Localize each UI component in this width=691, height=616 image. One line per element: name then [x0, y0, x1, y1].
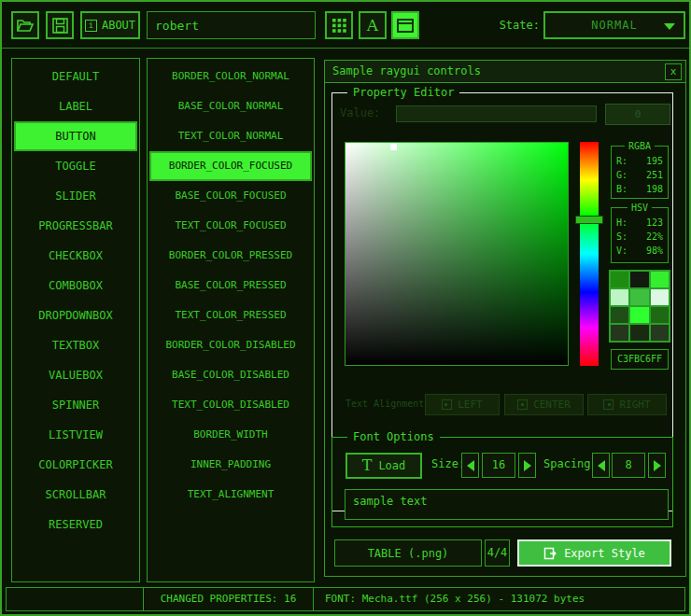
- properties-item-border_color_focused[interactable]: BORDER_COLOR_FOCUSED: [149, 151, 312, 181]
- properties-item-text_color_disabled[interactable]: TEXT_COLOR_DISABLED: [149, 390, 312, 420]
- color-swatch[interactable]: [651, 289, 669, 305]
- properties-item-text_alignment[interactable]: TEXT_ALIGNMENT: [149, 480, 312, 510]
- hsv-label: HSV: [628, 203, 652, 213]
- state-label: State:: [499, 11, 540, 39]
- align-center-label: CENTER: [533, 399, 571, 411]
- controls-item-dropdownbox[interactable]: DROPDOWNBOX: [14, 301, 137, 330]
- state-dropdown[interactable]: NORMAL: [543, 11, 685, 39]
- export-style-button[interactable]: Export Style: [517, 539, 671, 567]
- align-left-button[interactable]: LEFT: [425, 394, 500, 415]
- value-box[interactable]: 0: [605, 104, 670, 125]
- close-button[interactable]: x: [665, 63, 682, 80]
- properties-item-base_color_pressed[interactable]: BASE_COLOR_PRESSED: [149, 271, 312, 301]
- color-swatch[interactable]: [611, 307, 628, 323]
- hue-slider-handle[interactable]: [575, 216, 603, 224]
- color-swatch[interactable]: [651, 325, 669, 341]
- controls-item-spinner[interactable]: SPINNER: [14, 390, 137, 420]
- rgba-group: RGBA R: 195 G: 251 B: 198: [611, 146, 669, 199]
- spacing-value-box[interactable]: 8: [612, 453, 645, 478]
- color-swatch[interactable]: [651, 272, 669, 287]
- size-decrease-button[interactable]: [461, 453, 479, 478]
- value-label: Value:: [340, 106, 380, 119]
- properties-item-text_color_focused[interactable]: TEXT_COLOR_FOCUSED: [149, 211, 312, 241]
- color-swatch[interactable]: [630, 307, 648, 323]
- color-swatch[interactable]: [611, 325, 628, 341]
- color-swatch[interactable]: [611, 272, 628, 287]
- hsv-s-row: S: 22%: [612, 230, 668, 244]
- hsv-group: HSV H: 123 S: 22% V: 98%: [611, 207, 669, 263]
- value-slider[interactable]: [396, 105, 597, 122]
- color-swatch[interactable]: [611, 289, 628, 305]
- controls-item-textbox[interactable]: TEXTBOX: [14, 330, 137, 360]
- controls-item-label[interactable]: LABEL: [14, 91, 137, 121]
- color-picker-panel[interactable]: [345, 142, 569, 366]
- controls-item-combobox[interactable]: COMBOBOX: [14, 271, 137, 301]
- sample-window-titlebar[interactable]: Sample raygui controls x: [325, 61, 685, 83]
- state-dropdown-value: NORMAL: [591, 19, 637, 32]
- control-table-image-button[interactable]: [391, 11, 419, 39]
- size-increase-button[interactable]: [518, 453, 536, 478]
- align-center-button[interactable]: CENTER: [504, 394, 584, 415]
- rguistyler-window: i ABOUT A: [0, 0, 691, 616]
- hex-color-input[interactable]: C3FBC6FF: [611, 349, 669, 370]
- controls-item-scrollbar[interactable]: SCROLLBAR: [14, 480, 137, 510]
- properties-item-inner_padding[interactable]: INNER_PADDING: [149, 450, 312, 480]
- rgba-g-row: G: 251: [612, 168, 668, 182]
- color-swatch[interactable]: [630, 325, 648, 341]
- hsv-h-row: H: 123: [612, 216, 668, 230]
- spacing-decrease-button[interactable]: [592, 453, 610, 478]
- arrow-left-icon: [467, 460, 474, 471]
- open-file-button[interactable]: [11, 11, 39, 39]
- properties-item-border_width[interactable]: BORDER_WIDTH: [149, 420, 312, 450]
- sample-text-input[interactable]: sample text: [345, 489, 669, 520]
- style-name-input[interactable]: [147, 11, 316, 39]
- properties-item-border_color_disabled[interactable]: BORDER_COLOR_DISABLED: [149, 330, 312, 360]
- export-icon: [543, 547, 557, 560]
- align-right-button[interactable]: RIGHT: [587, 394, 667, 415]
- controls-item-valuebox[interactable]: VALUEBOX: [14, 360, 137, 390]
- rgba-b-row: B: 198: [612, 182, 668, 196]
- export-format-counter[interactable]: 4/4: [485, 539, 510, 567]
- controls-item-progressbar[interactable]: PROGRESSBAR: [14, 211, 137, 241]
- properties-item-border_color_pressed[interactable]: BORDER_COLOR_PRESSED: [149, 241, 312, 271]
- controls-item-toggle[interactable]: TOGGLE: [14, 151, 137, 181]
- spacing-increase-button[interactable]: [648, 453, 666, 478]
- text-alignment-label: Text Alignment: [346, 399, 424, 409]
- style-palette-button[interactable]: [325, 11, 353, 39]
- export-style-label: Export Style: [564, 547, 645, 560]
- color-picker-cursor[interactable]: [390, 144, 397, 150]
- properties-item-border_color_normal[interactable]: BORDER_COLOR_NORMAL: [149, 62, 312, 91]
- hsv-v-row: V: 98%: [612, 244, 668, 258]
- controls-item-default[interactable]: DEFAULT: [14, 62, 137, 91]
- v-value: 98%: [646, 244, 663, 258]
- color-swatch[interactable]: [651, 307, 669, 323]
- controls-item-button[interactable]: BUTTON: [14, 121, 137, 151]
- properties-item-base_color_focused[interactable]: BASE_COLOR_FOCUSED: [149, 181, 312, 211]
- properties-item-text_color_pressed[interactable]: TEXT_COLOR_PRESSED: [149, 301, 312, 330]
- controls-item-colorpicker[interactable]: COLORPICKER: [14, 450, 137, 480]
- font-load-button[interactable]: T Load: [346, 453, 422, 479]
- export-format-button[interactable]: TABLE (.png): [334, 539, 482, 567]
- controls-item-checkbox[interactable]: CHECKBOX: [14, 241, 137, 271]
- controls-item-slider[interactable]: SLIDER: [14, 181, 137, 211]
- align-left-icon: [442, 399, 452, 410]
- properties-item-base_color_normal[interactable]: BASE_COLOR_NORMAL: [149, 91, 312, 121]
- font-atlas-button[interactable]: A: [359, 11, 387, 39]
- save-floppy-icon: [52, 18, 68, 34]
- g-label: G:: [616, 168, 628, 182]
- properties-item-text_color_normal[interactable]: TEXT_COLOR_NORMAL: [149, 121, 312, 151]
- size-value-box[interactable]: 16: [482, 453, 515, 478]
- controls-item-reserved[interactable]: RESERVED: [14, 510, 137, 539]
- color-swatch[interactable]: [630, 289, 648, 305]
- save-file-button[interactable]: [46, 11, 74, 39]
- hue-slider[interactable]: [580, 142, 599, 366]
- toolbar: i ABOUT A: [2, 2, 689, 49]
- about-button[interactable]: i ABOUT: [80, 11, 140, 39]
- color-swatch[interactable]: [630, 272, 648, 287]
- controls-item-listview[interactable]: LISTVIEW: [14, 420, 137, 450]
- folder-open-icon: [17, 18, 34, 33]
- properties-item-base_color_disabled[interactable]: BASE_COLOR_DISABLED: [149, 360, 312, 390]
- g-value: 251: [646, 168, 663, 182]
- align-left-label: LEFT: [458, 399, 483, 411]
- v-label: V:: [616, 244, 628, 258]
